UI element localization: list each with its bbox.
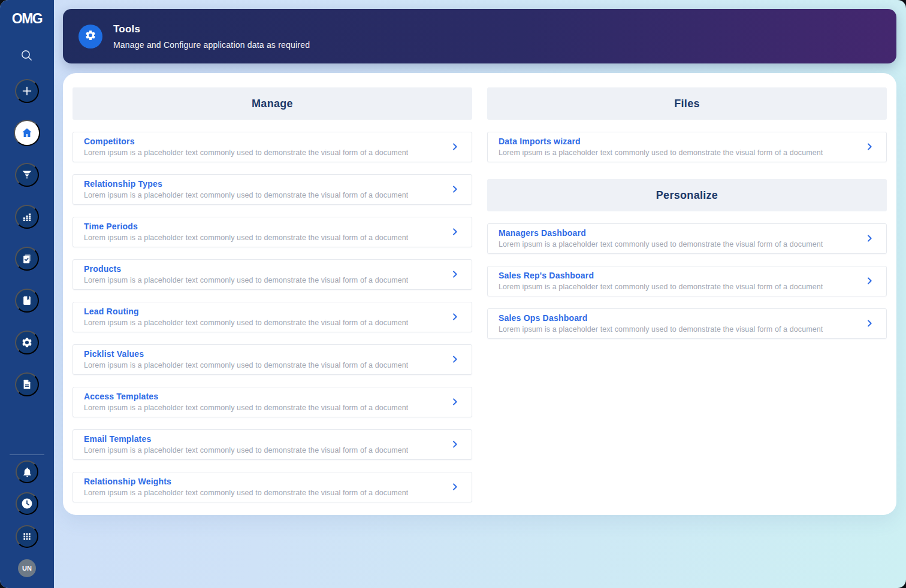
sidebar-item-filter[interactable]: [15, 163, 39, 187]
clock-icon: [20, 497, 34, 510]
list-item-picklist-values[interactable]: Picklist Values Lorem ipsum is a placeho…: [73, 344, 472, 375]
chevron-right-icon: [865, 276, 874, 286]
list-item-sales-ops-dashboard[interactable]: Sales Ops Dashboard Lorem ipsum is a pla…: [487, 308, 887, 339]
chevron-right-icon: [450, 397, 460, 407]
chevron-right-icon: [450, 184, 460, 194]
list-item-time-periods[interactable]: Time Periods Lorem ipsum is a placeholde…: [73, 217, 472, 247]
notifications-button[interactable]: [16, 460, 38, 483]
sidebar: OMG: [0, 0, 54, 588]
sidebar-item-library[interactable]: [15, 289, 39, 313]
item-description: Lorem ipsum is a placeholder text common…: [84, 276, 408, 284]
item-title: Sales Rep's Dashboard: [499, 271, 823, 280]
item-title: Sales Ops Dashboard: [499, 313, 823, 323]
item-title: Email Templates: [84, 434, 408, 444]
page-header-banner: Tools Manage and Configure application d…: [63, 9, 896, 63]
item-description: Lorem ipsum is a placeholder text common…: [84, 319, 408, 327]
page-title: Tools: [113, 23, 310, 35]
app-logo: OMG: [12, 11, 42, 27]
sidebar-divider: [10, 454, 44, 455]
chevron-right-icon: [865, 319, 874, 328]
app-window: OMG: [0, 0, 906, 588]
item-title: Managers Dashboard: [499, 228, 823, 238]
list-item-lead-routing[interactable]: Lead Routing Lorem ipsum is a placeholde…: [73, 302, 472, 332]
item-title: Products: [84, 264, 408, 274]
section-header-files: Files: [487, 87, 887, 120]
list-item-email-templates[interactable]: Email Templates Lorem ipsum is a placeho…: [73, 429, 472, 460]
filter-icon: [21, 169, 33, 181]
item-title: Time Periods: [84, 222, 408, 231]
chevron-right-icon: [450, 440, 460, 449]
item-description: Lorem ipsum is a placeholder text common…: [84, 191, 408, 199]
add-button[interactable]: [15, 79, 39, 103]
item-description: Lorem ipsum is a placeholder text common…: [84, 234, 408, 242]
sidebar-item-settings[interactable]: [15, 331, 39, 354]
files-personalize-column: Files Data Imports wizard Lorem ipsum is…: [487, 87, 887, 502]
main-content: Tools Manage and Configure application d…: [54, 0, 906, 588]
banner-badge: [78, 25, 102, 49]
manage-column: Manage Competitors Lorem ipsum is a plac…: [73, 87, 472, 502]
file-icon: [21, 378, 33, 390]
section-header-manage: Manage: [73, 87, 472, 120]
item-description: Lorem ipsum is a placeholder text common…: [84, 404, 408, 412]
tools-card: Manage Competitors Lorem ipsum is a plac…: [63, 73, 896, 515]
chevron-right-icon: [450, 354, 460, 364]
item-title: Picklist Values: [84, 349, 408, 359]
user-avatar[interactable]: UN: [18, 559, 36, 577]
item-description: Lorem ipsum is a placeholder text common…: [499, 283, 823, 291]
sidebar-item-analytics[interactable]: [15, 205, 39, 229]
chevron-right-icon: [450, 227, 460, 237]
item-title: Data Imports wizard: [499, 137, 823, 146]
list-item-products[interactable]: Products Lorem ipsum is a placeholder te…: [73, 259, 472, 290]
item-description: Lorem ipsum is a placeholder text common…: [84, 446, 408, 454]
apps-grid-icon: [22, 531, 32, 542]
list-item-relationship-types[interactable]: Relationship Types Lorem ipsum is a plac…: [73, 174, 472, 205]
chevron-right-icon: [450, 312, 460, 322]
item-title: Lead Routing: [84, 307, 408, 316]
item-description: Lorem ipsum is a placeholder text common…: [499, 240, 823, 248]
item-title: Competitors: [84, 137, 408, 146]
item-title: Access Templates: [84, 392, 408, 401]
item-description: Lorem ipsum is a placeholder text common…: [84, 489, 408, 497]
item-title: Relationship Weights: [84, 477, 408, 486]
home-icon: [20, 126, 34, 140]
chevron-right-icon: [450, 269, 460, 279]
list-item-managers-dashboard[interactable]: Managers Dashboard Lorem ipsum is a plac…: [487, 223, 887, 254]
page-subtitle: Manage and Configure application data as…: [113, 40, 310, 50]
search-button[interactable]: [19, 48, 35, 65]
bell-icon: [22, 466, 33, 478]
bar-chart-icon: [21, 211, 33, 223]
list-item-access-templates[interactable]: Access Templates Lorem ipsum is a placeh…: [73, 387, 472, 417]
list-item-competitors[interactable]: Competitors Lorem ipsum is a placeholder…: [73, 132, 472, 162]
item-description: Lorem ipsum is a placeholder text common…: [499, 148, 823, 157]
item-description: Lorem ipsum is a placeholder text common…: [84, 148, 408, 157]
chevron-right-icon: [865, 234, 874, 243]
gear-icon: [84, 29, 96, 44]
section-header-personalize: Personalize: [487, 179, 887, 211]
list-item-sales-reps-dashboard[interactable]: Sales Rep's Dashboard Lorem ipsum is a p…: [487, 266, 887, 296]
item-title: Relationship Types: [84, 179, 408, 189]
book-icon: [21, 295, 33, 307]
sidebar-item-tasks[interactable]: [15, 247, 39, 271]
item-description: Lorem ipsum is a placeholder text common…: [84, 361, 408, 369]
item-description: Lorem ipsum is a placeholder text common…: [499, 325, 823, 334]
sidebar-item-documents[interactable]: [15, 372, 39, 396]
chevron-right-icon: [865, 142, 874, 151]
plus-icon: [20, 84, 34, 98]
list-item-relationship-weights[interactable]: Relationship Weights Lorem ipsum is a pl…: [73, 472, 472, 502]
search-icon: [20, 49, 34, 65]
chevron-right-icon: [450, 142, 460, 151]
history-button[interactable]: [16, 492, 38, 515]
chevron-right-icon: [450, 482, 460, 492]
sidebar-item-home[interactable]: [14, 120, 40, 146]
gear-icon: [21, 337, 33, 348]
apps-button[interactable]: [16, 525, 38, 548]
list-item-data-imports-wizard[interactable]: Data Imports wizard Lorem ipsum is a pla…: [487, 132, 887, 162]
document-check-icon: [21, 253, 33, 265]
